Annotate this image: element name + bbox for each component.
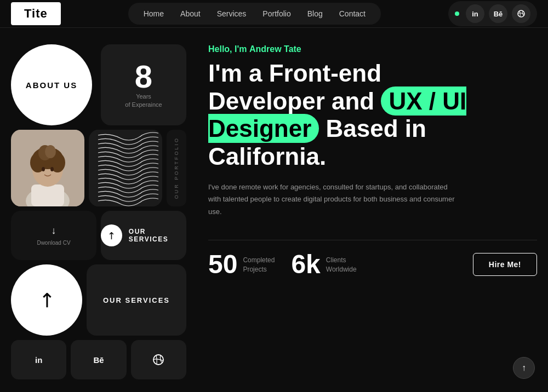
hero-name: Andrew Tate [249, 44, 301, 54]
services-arrow-icon: ↗ [104, 228, 118, 243]
nav-contact[interactable]: Contact [339, 9, 366, 18]
headline-part1: I'm a Front-endDeveloper and [208, 60, 381, 114]
stat-projects: 50 Completed Projects [208, 251, 275, 278]
years-number: 8 [135, 61, 152, 93]
our-services-dark-label: OUR SERVICES [103, 296, 170, 304]
about-us-circle[interactable]: ABOUT US [11, 44, 92, 125]
nav-blog[interactable]: Blog [307, 9, 323, 18]
years-label: Years of Experaince [125, 93, 162, 109]
svg-point-10 [42, 167, 45, 171]
svg-rect-3 [31, 185, 64, 206]
stats-row: 50 Completed Projects 6k Clients Worldwi… [208, 251, 537, 278]
behance-icon: Bē [93, 355, 104, 365]
services-label-text: OUR SERVICES [129, 228, 186, 243]
header: Tite Home About Services Portfolio Blog … [0, 0, 548, 28]
header-behance-btn[interactable]: Bē [489, 4, 507, 23]
bio-text: I've done remote work for agencies, cons… [208, 181, 460, 217]
linkedin-icon: in [35, 355, 42, 365]
linkedin-social-card[interactable]: in [11, 340, 66, 379]
projects-label: Completed Projects [243, 256, 275, 278]
behance-social-card[interactable]: Bē [71, 340, 126, 379]
scroll-to-top-btn[interactable]: ↑ [513, 357, 535, 379]
years-card: 8 Years of Experaince [101, 44, 186, 125]
download-cv-label: Dwonload CV [37, 240, 70, 246]
main-content: ABOUT US 8 Years of Experaince [0, 28, 548, 390]
wavy-lines-svg [93, 130, 158, 206]
hire-me-button[interactable]: Hire Me! [473, 253, 537, 276]
dribbble-social-card[interactable] [131, 340, 186, 379]
header-linkedin-btn[interactable]: in [466, 4, 484, 23]
big-arrow-icon: ↗ [33, 286, 61, 314]
row-2: OUR PORTFOLIO [11, 130, 186, 206]
our-services-dark-card[interactable]: OUR SERVICES [87, 264, 186, 336]
portfolio-label: OUR PORTFOLIO [174, 137, 179, 199]
hero-headline: I'm a Front-endDeveloper and UX / UI Des… [208, 60, 537, 170]
hero-content: Hello, I'm Andrew Tate I'm a Front-endDe… [197, 44, 537, 379]
wavy-decoration-card [89, 130, 162, 206]
clients-num: 6k [291, 251, 320, 278]
svg-point-9 [45, 145, 56, 158]
dribbble-icon [152, 354, 164, 366]
row-4: ↗ OUR SERVICES [11, 264, 186, 336]
header-social-icons: in Bē [448, 1, 537, 26]
row-3: ↓ Dwonload CV ↗ OUR SERVICES [11, 211, 186, 260]
online-indicator [455, 11, 459, 16]
projects-num: 50 [208, 251, 237, 278]
stat-clients: 6k Clients Worldwide [291, 251, 356, 278]
greeting-text: Hello, I'm Andrew Tate [208, 44, 537, 54]
logo: Tite [11, 2, 61, 25]
row-1: ABOUT US 8 Years of Experaince [11, 44, 186, 125]
nav-home[interactable]: Home [144, 9, 164, 18]
portfolio-strip[interactable]: OUR PORTFOLIO [167, 130, 186, 206]
divider [208, 240, 537, 240]
big-arrow-circle-btn[interactable]: ↗ [11, 264, 82, 336]
nav-portfolio[interactable]: Portfolio [262, 9, 290, 18]
left-widgets: ABOUT US 8 Years of Experaince [11, 44, 186, 379]
row-5-social: in Bē [11, 340, 186, 379]
nav-services[interactable]: Services [217, 9, 247, 18]
scroll-up-icon: ↑ [522, 363, 526, 373]
nav: Home About Services Portfolio Blog Conta… [128, 3, 381, 25]
about-us-label: ABOUT US [26, 80, 77, 90]
our-services-small-card[interactable]: ↗ OUR SERVICES [101, 211, 186, 260]
clients-label: Clients Worldwide [326, 256, 357, 278]
svg-point-11 [50, 167, 54, 171]
download-cv-card[interactable]: ↓ Dwonload CV [11, 211, 96, 260]
header-dribbble-btn[interactable] [512, 4, 530, 23]
svg-point-13 [153, 355, 163, 365]
profile-photo-card [11, 130, 84, 206]
download-arrow-icon: ↓ [52, 225, 56, 237]
services-arrow-circle: ↗ [101, 224, 122, 246]
nav-about[interactable]: About [180, 9, 201, 18]
person-illustration [15, 130, 81, 206]
